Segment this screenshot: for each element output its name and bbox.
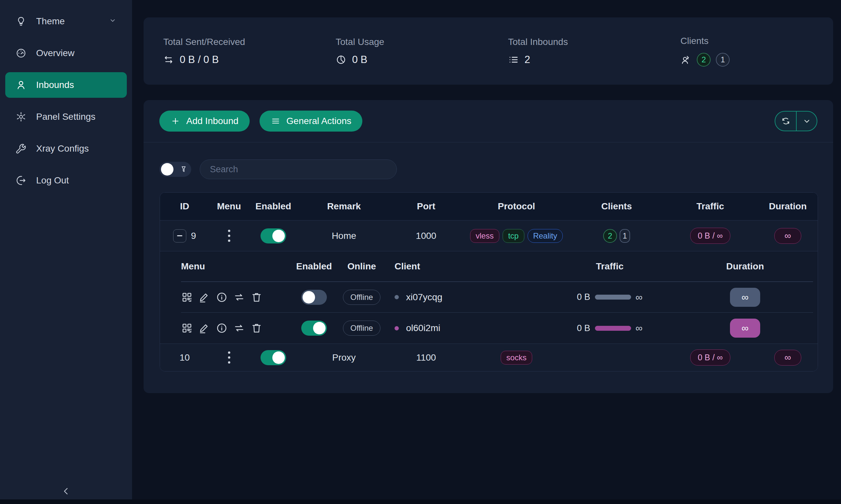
search-input[interactable]	[200, 160, 397, 179]
online-status-badge: Offline	[343, 321, 381, 336]
clients-online-badge: 2	[603, 229, 617, 243]
stat-sent-received: Total Sent/Received 0 B / 0 B	[143, 37, 316, 66]
traffic-badge: 0 B / ∞	[690, 228, 730, 244]
toggle-knob	[161, 163, 173, 176]
col-traffic: Traffic	[663, 201, 758, 212]
client-enabled-toggle[interactable]	[301, 290, 327, 305]
client-subtable: Menu Enabled Online Client Traffic Durat…	[160, 251, 818, 344]
col-clients: Clients	[571, 201, 663, 212]
refresh-icon	[780, 116, 791, 126]
sidebar-item-inbounds[interactable]: Inbounds	[5, 72, 127, 98]
toolbar: Add Inbound General Actions	[143, 100, 833, 142]
sidebar-collapse-button[interactable]	[61, 486, 72, 498]
wrench-icon	[15, 143, 27, 155]
traffic-progress-bar	[595, 295, 631, 300]
refresh-button-group	[775, 111, 817, 131]
clients-online-badge: 2	[697, 53, 710, 67]
edit-button[interactable]	[199, 291, 210, 303]
sidebar-item-label: Log Out	[36, 175, 69, 186]
traffic-badge: 0 B / ∞	[690, 349, 730, 365]
sidebar-item-xray-configs[interactable]: Xray Configs	[5, 136, 127, 161]
traffic-progress-bar	[595, 326, 631, 331]
stat-label: Total Usage	[336, 37, 488, 47]
refresh-dropdown-button[interactable]	[796, 111, 817, 131]
delete-button[interactable]	[251, 291, 262, 303]
stat-clients: Clients 2 1	[660, 36, 833, 67]
client-name: xi07ycqg	[406, 292, 443, 303]
main-content: Total Sent/Received 0 B / 0 B Total Usag…	[132, 0, 841, 504]
duration-badge: ∞	[730, 288, 760, 307]
stat-label: Total Inbounds	[508, 37, 661, 47]
info-button[interactable]	[216, 291, 228, 303]
protocol-tag: tcp	[503, 229, 524, 243]
enabled-toggle[interactable]	[260, 350, 286, 365]
sidebar-item-label: Overview	[36, 48, 74, 58]
sidebar-item-logout[interactable]: Log Out	[5, 168, 127, 193]
row-menu-button[interactable]	[226, 228, 232, 244]
sidebar-item-theme[interactable]: Theme	[5, 8, 127, 34]
plus-icon	[171, 116, 181, 126]
stat-total-inbounds: Total Inbounds 2	[488, 37, 661, 66]
client-enabled-toggle[interactable]	[301, 321, 327, 336]
toggle-knob	[313, 322, 326, 335]
sidebar-item-label: Inbounds	[36, 80, 74, 90]
toggle-knob	[272, 230, 285, 242]
row-menu-button[interactable]	[226, 349, 232, 365]
inbounds-panel: Add Inbound General Actions	[143, 100, 833, 393]
traffic-used: 0 B	[577, 323, 590, 334]
col-port: Port	[390, 201, 462, 212]
col-duration: Duration	[758, 201, 818, 212]
edit-button[interactable]	[199, 322, 210, 334]
stat-value: 0 B	[352, 54, 367, 66]
subcol-menu: Menu	[181, 261, 293, 272]
row-id: 9	[191, 231, 196, 241]
delete-button[interactable]	[251, 322, 262, 334]
sidebar-item-label: Theme	[36, 16, 65, 26]
col-enabled: Enabled	[249, 201, 298, 212]
toggle-knob	[272, 352, 285, 364]
qrcode-button[interactable]	[181, 291, 193, 303]
chevron-down-icon	[802, 116, 812, 126]
collapse-row-button[interactable]	[173, 229, 186, 242]
row-port: 1100	[390, 353, 462, 363]
protocol-tag: Reality	[528, 229, 563, 243]
swap-arrows-icon	[163, 54, 174, 65]
refresh-button[interactable]	[775, 111, 796, 131]
clients-total-badge: 1	[620, 229, 630, 243]
table-row: 9 Home 1000 vless tcp Reality 2 1	[160, 220, 818, 251]
client-status-dot	[395, 326, 399, 330]
col-id: ID	[160, 201, 209, 212]
general-actions-button[interactable]: General Actions	[259, 111, 363, 131]
add-inbound-label: Add Inbound	[186, 116, 239, 126]
sidebar-item-label: Panel Settings	[36, 111, 96, 122]
sidebar-item-panel-settings[interactable]: Panel Settings	[5, 104, 127, 130]
col-menu: Menu	[209, 201, 249, 212]
stat-total-usage: Total Usage 0 B	[316, 37, 488, 66]
logout-icon	[15, 175, 27, 186]
sidebar-item-overview[interactable]: Overview	[5, 40, 127, 66]
clients-total-badge: 1	[716, 53, 730, 67]
row-remark: Proxy	[298, 353, 390, 363]
qrcode-button[interactable]	[181, 322, 193, 334]
table-row: 10 Proxy 1100 socks 0 B / ∞ ∞	[160, 344, 818, 371]
inbounds-table: ID Menu Enabled Remark Port Protocol Cli…	[160, 192, 818, 372]
infinity-icon: ∞	[636, 292, 642, 303]
minus-icon	[177, 235, 182, 236]
info-button[interactable]	[216, 322, 228, 334]
filter-toggle[interactable]	[159, 162, 191, 177]
row-port: 1000	[390, 231, 462, 241]
subcol-duration: Duration	[677, 261, 813, 272]
funnel-icon	[179, 165, 188, 174]
chevron-down-icon	[108, 16, 117, 27]
reset-traffic-button[interactable]	[233, 291, 245, 303]
bulb-icon	[15, 15, 27, 27]
bottom-strip	[0, 499, 841, 504]
reset-traffic-button[interactable]	[233, 322, 245, 334]
enabled-toggle[interactable]	[260, 228, 286, 244]
general-actions-label: General Actions	[287, 116, 351, 126]
subcol-online: Online	[336, 261, 388, 272]
hamburger-icon	[271, 116, 280, 126]
stat-label: Total Sent/Received	[163, 37, 316, 47]
add-inbound-button[interactable]: Add Inbound	[159, 111, 250, 131]
stat-label: Clients	[680, 36, 833, 46]
